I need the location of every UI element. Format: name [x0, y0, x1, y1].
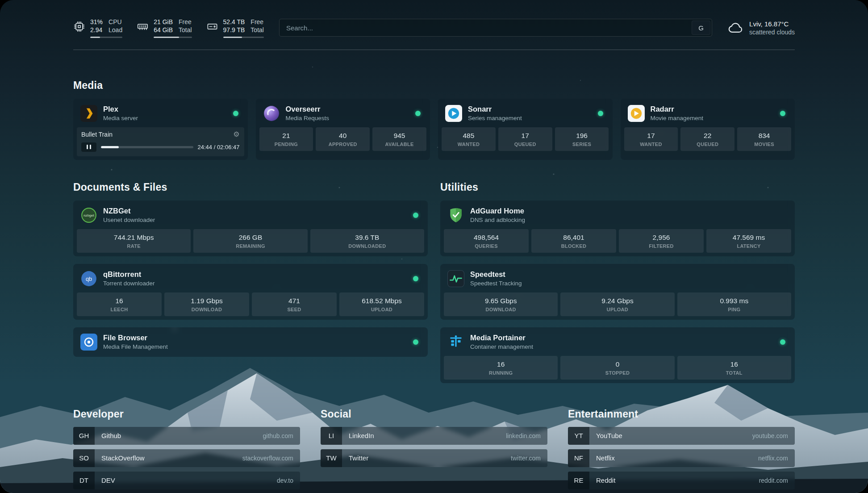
service-card-nzbget[interactable]: nzbget NZBGet Usenet downloader 744.21 M… [73, 201, 428, 256]
bookmark-group-entertainment: Entertainment YT YouTube youtube.com NF … [568, 408, 795, 489]
stat-value: 471 [254, 297, 335, 305]
section-title-media: Media [73, 79, 795, 92]
stat-label: UPLOAD [562, 307, 672, 312]
service-card-radarr[interactable]: Radarr Movie management 17WANTED 22QUEUE… [621, 99, 795, 160]
cpu-label-bottom: Load [108, 26, 122, 34]
stat-tile: 21PENDING [259, 127, 313, 151]
stat-label: WANTED [443, 142, 494, 147]
card-titles: Media Portainer Container management [470, 334, 533, 350]
section-title-developer: Developer [73, 408, 300, 420]
bookmark-dev[interactable]: DT DEV dev.to [73, 472, 300, 489]
card-head: Overseerr Media Requests [259, 102, 427, 127]
card-titles: qBittorrent Torrent downloader [103, 270, 155, 287]
stat-value: 22 [682, 132, 733, 140]
stat-tile: 2,956FILTERED [619, 229, 704, 253]
top-bar: 31% 2.94 CPU Load [73, 0, 795, 38]
status-indicator [780, 111, 785, 116]
memory-widget: 21 GiB 64 GiB Free Total [137, 18, 192, 38]
stat-tile: 9.65 GbpsDOWNLOAD [444, 292, 558, 316]
stats-row: 21PENDING 40APPROVED 945AVAILABLE [259, 127, 427, 151]
header-divider [73, 50, 795, 50]
service-card-overseerr[interactable]: Overseerr Media Requests 21PENDING 40APP… [256, 99, 430, 160]
stat-tile: 16RUNNING [444, 356, 558, 380]
stat-tile: 834MOVIES [737, 127, 791, 151]
stat-label: SERIES [557, 142, 607, 147]
bookmark-abbr: LI [321, 427, 342, 445]
service-name: File Browser [103, 334, 168, 342]
memory-icon [137, 18, 149, 33]
bookmark-list: LI LinkedIn linkedin.com TW Twitter twit… [321, 427, 547, 467]
card-titles: Speedtest Speedtest Tracking [470, 270, 522, 287]
search-input[interactable] [280, 19, 690, 36]
bookmark-url: stackoverflow.com [242, 455, 300, 462]
plex-title-row: Bullet Train ⚙ [81, 131, 240, 138]
cpu-label-top: CPU [108, 18, 122, 26]
bookmark-netflix[interactable]: NF Netflix netflix.com [568, 449, 795, 467]
service-card-speedtest[interactable]: Speedtest Speedtest Tracking 9.65 GbpsDO… [440, 264, 795, 320]
search-provider-button[interactable]: G [692, 21, 710, 35]
stat-label: PENDING [261, 142, 312, 147]
disk-icon [206, 18, 218, 33]
memory-progress-fill [154, 37, 179, 38]
stat-tile: 16TOTAL [677, 356, 791, 380]
disk-total: 97.9 TB [223, 26, 245, 34]
bookmark-twitter[interactable]: TW Twitter twitter.com [321, 449, 547, 467]
bookmark-abbr: GH [73, 427, 95, 445]
stat-tile: 471SEED [252, 292, 337, 316]
stat-tile: 17WANTED [624, 127, 678, 151]
bookmark-abbr: TW [321, 449, 342, 467]
service-card-adguard[interactable]: AdGuard Home DNS and adblocking 498,564Q… [440, 201, 795, 256]
section-media: Media Plex Media server [73, 79, 795, 160]
cpu-progress-track [90, 37, 122, 38]
service-description: Media server [103, 115, 138, 121]
service-card-qbittorrent[interactable]: qb qBittorrent Torrent downloader 16LEEC… [73, 264, 428, 320]
overseerr-icon [263, 105, 280, 122]
stat-tile: 485WANTED [442, 127, 496, 151]
card-titles: Plex Media server [103, 105, 138, 121]
stat-label: DOWNLOAD [446, 307, 556, 312]
memory-total: 64 GiB [154, 26, 173, 34]
playback-progress-fill [101, 146, 119, 148]
stat-value: 834 [739, 132, 789, 140]
stat-label: AVAILABLE [374, 142, 425, 147]
service-card-plex[interactable]: Plex Media server Bullet Train ⚙ [73, 99, 248, 160]
cpu-load: 2.94 [90, 26, 103, 34]
stat-label: DOWNLOADED [312, 243, 422, 249]
service-card-sonarr[interactable]: Sonarr Series management 485WANTED 17QUE… [438, 99, 613, 160]
bookmark-youtube[interactable]: YT YouTube youtube.com [568, 427, 795, 445]
section-documents: Documents & Files nzbget NZBGet Usenet d… [73, 181, 428, 383]
card-head: nzbget NZBGet Usenet downloader [77, 204, 424, 229]
service-card-filebrowser[interactable]: File Browser Media File Management [73, 327, 428, 357]
bookmark-url: github.com [263, 432, 300, 439]
stats-row: 17WANTED 22QUEUED 834MOVIES [624, 127, 792, 151]
middle-columns: Documents & Files nzbget NZBGet Usenet d… [73, 181, 795, 383]
service-card-portainer[interactable]: Media Portainer Container management 16R… [440, 327, 795, 383]
stat-value: 39.6 TB [312, 234, 422, 242]
cpu-percent: 31% [90, 18, 103, 26]
disk-label-top: Free [250, 18, 264, 26]
bookmark-linkedin[interactable]: LI LinkedIn linkedin.com [321, 427, 547, 445]
stat-value: 86,401 [533, 234, 614, 242]
gear-icon[interactable]: ⚙ [233, 131, 239, 138]
documents-cards: nzbget NZBGet Usenet downloader 744.21 M… [73, 201, 428, 357]
bookmark-stackoverflow[interactable]: SO StackOverflow stackoverflow.com [73, 449, 300, 467]
service-name: Media Portainer [470, 334, 533, 342]
stat-value: 744.21 Mbps [79, 234, 189, 242]
card-titles: File Browser Media File Management [103, 334, 168, 350]
bookmark-reddit[interactable]: RE Reddit reddit.com [568, 472, 795, 489]
stats-row: 16LEECH 1.19 GbpsDOWNLOAD 471SEED 618.52… [77, 292, 424, 316]
bookmark-github[interactable]: GH Github github.com [73, 427, 300, 445]
bookmark-url: twitter.com [511, 455, 547, 462]
bookmark-name: LinkedIn [342, 432, 374, 439]
pause-icon[interactable] [81, 142, 96, 152]
sonarr-icon [445, 105, 462, 122]
cpu-icon [73, 18, 85, 33]
bookmark-abbr: YT [568, 427, 589, 445]
playback-progress-track[interactable] [101, 146, 193, 148]
stat-label: LEECH [79, 307, 160, 312]
bookmark-name: YouTube [589, 432, 622, 439]
card-head: AdGuard Home DNS and adblocking [444, 204, 791, 229]
now-playing-title: Bullet Train [81, 131, 113, 138]
stat-tile: 618.52 MbpsUPLOAD [339, 292, 424, 316]
card-titles: NZBGet Usenet downloader [103, 207, 155, 223]
